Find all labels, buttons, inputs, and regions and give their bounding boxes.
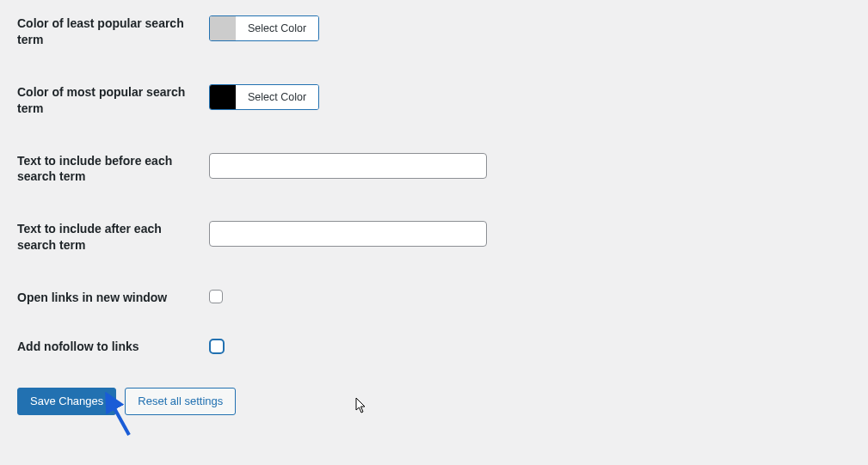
form-actions: Save Changes Reset all settings xyxy=(17,388,851,415)
text-after-input[interactable] xyxy=(209,221,487,247)
add-nofollow-checkbox[interactable] xyxy=(209,339,225,354)
field-open-new-window xyxy=(209,290,223,303)
row-text-before: Text to include before each search term xyxy=(17,153,851,186)
select-color-button-label: Select Color xyxy=(236,16,318,40)
color-swatch-icon xyxy=(210,16,236,40)
reset-all-settings-button[interactable]: Reset all settings xyxy=(125,388,236,415)
field-most-popular-color: Select Color xyxy=(209,84,319,110)
label-most-popular-color: Color of most popular search term xyxy=(17,84,209,117)
settings-form: Color of least popular search term Selec… xyxy=(17,15,851,415)
label-text-before: Text to include before each search term xyxy=(17,153,209,186)
label-least-popular-color: Color of least popular search term xyxy=(17,15,209,48)
color-picker-least[interactable]: Select Color xyxy=(209,15,319,41)
color-swatch-icon xyxy=(210,85,236,109)
row-most-popular-color: Color of most popular search term Select… xyxy=(17,84,851,117)
color-picker-most[interactable]: Select Color xyxy=(209,84,319,110)
field-add-nofollow xyxy=(209,339,225,354)
field-text-after xyxy=(209,221,487,247)
row-text-after: Text to include after each search term xyxy=(17,221,851,254)
row-least-popular-color: Color of least popular search term Selec… xyxy=(17,15,851,48)
select-color-button-label: Select Color xyxy=(236,85,318,109)
field-least-popular-color: Select Color xyxy=(209,15,319,41)
field-text-before xyxy=(209,153,487,179)
row-add-nofollow: Add nofollow to links xyxy=(17,339,851,355)
label-text-after: Text to include after each search term xyxy=(17,221,209,254)
label-add-nofollow: Add nofollow to links xyxy=(17,339,209,355)
text-before-input[interactable] xyxy=(209,153,487,179)
label-open-new-window: Open links in new window xyxy=(17,290,209,306)
save-changes-button[interactable]: Save Changes xyxy=(17,388,116,415)
row-open-new-window: Open links in new window xyxy=(17,290,851,306)
open-new-window-checkbox[interactable] xyxy=(209,290,223,303)
